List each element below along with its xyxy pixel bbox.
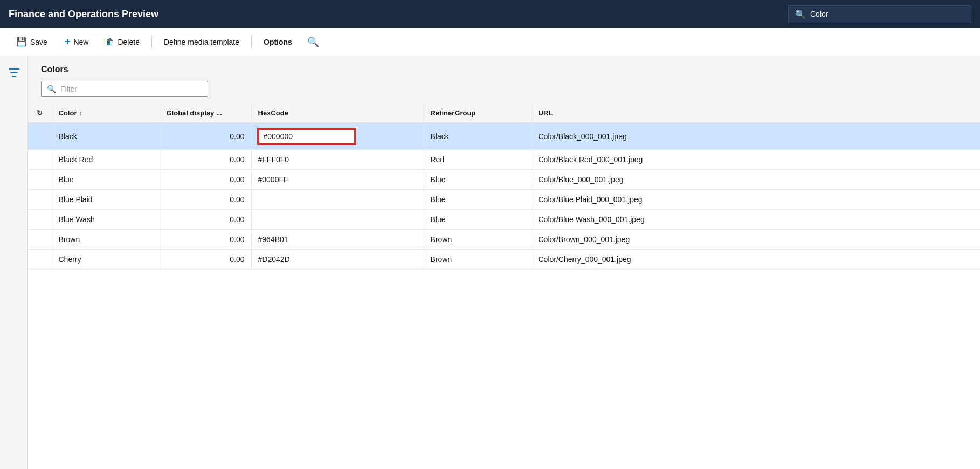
cell-url: Color/Brown_000_001.jpeg — [532, 230, 980, 250]
cell-url: Color/Black Red_000_001.jpeg — [532, 150, 980, 170]
toolbar-divider-2 — [251, 36, 252, 49]
refresh-icon[interactable]: ↻ — [37, 109, 43, 117]
cell-url: Color/Blue Wash_000_001.jpeg — [532, 210, 980, 230]
cell-color: Cherry — [52, 250, 160, 270]
table-row[interactable]: Brown0.00#964B01BrownColor/Brown_000_001… — [28, 230, 980, 250]
cell-color: Blue Wash — [52, 210, 160, 230]
cell-color: Brown — [52, 230, 160, 250]
global-search[interactable]: 🔍 — [788, 5, 971, 23]
cell-global-display: 0.00 — [160, 250, 251, 270]
new-button[interactable]: + New — [57, 32, 96, 52]
delete-button[interactable]: 🗑 Delete — [98, 33, 147, 51]
cell-hexcode[interactable] — [251, 123, 424, 150]
save-button[interactable]: 💾 Save — [9, 32, 55, 51]
th-refiner-group: RefinerGroup — [424, 104, 532, 123]
cell-hexcode: #FFF0F0 — [251, 150, 424, 170]
table-row[interactable]: Blue0.00#0000FFBlueColor/Blue_000_001.jp… — [28, 170, 980, 190]
filter-search-icon: 🔍 — [47, 85, 56, 93]
table-row[interactable]: Black Red0.00#FFF0F0RedColor/Black Red_0… — [28, 150, 980, 170]
cell-color: Black — [52, 123, 160, 150]
row-indicator — [28, 170, 52, 190]
th-color: Color ↑ — [52, 104, 160, 123]
toolbar-search-button[interactable]: 🔍 — [302, 32, 325, 52]
cell-url: Color/Black_000_001.jpeg — [532, 123, 980, 150]
app-title: Finance and Operations Preview — [9, 9, 788, 20]
cell-hexcode: #964B01 — [251, 230, 424, 250]
cell-refiner-group: Red — [424, 150, 532, 170]
filter-input-wrap[interactable]: 🔍 — [41, 81, 208, 97]
toolbar: 💾 Save + New 🗑 Delete Define media templ… — [0, 28, 980, 56]
colors-table: ↻ Color ↑ Global display ... Hex — [28, 104, 980, 270]
search-input[interactable] — [810, 10, 964, 18]
cell-refiner-group: Brown — [424, 230, 532, 250]
row-indicator — [28, 210, 52, 230]
main-content: Colors 🔍 ↻ Color ↑ — [0, 56, 980, 469]
table-row[interactable]: Cherry0.00#D2042DBrownColor/Cherry_000_0… — [28, 250, 980, 270]
cell-global-display: 0.00 — [160, 123, 251, 150]
cell-global-display: 0.00 — [160, 170, 251, 190]
row-indicator — [28, 250, 52, 270]
toolbar-divider-1 — [151, 36, 152, 49]
cell-url: Color/Blue_000_001.jpeg — [532, 170, 980, 190]
cell-refiner-group: Blue — [424, 210, 532, 230]
row-indicator — [28, 190, 52, 210]
cell-hexcode: #0000FF — [251, 170, 424, 190]
filter-input[interactable] — [60, 85, 202, 93]
row-indicator — [28, 150, 52, 170]
table-row[interactable]: Blue Plaid0.00BlueColor/Blue Plaid_000_0… — [28, 190, 980, 210]
define-media-template-button[interactable]: Define media template — [156, 33, 247, 51]
plus-icon: + — [65, 36, 71, 47]
th-hexcode: HexCode — [251, 104, 424, 123]
options-button[interactable]: Options — [256, 33, 300, 51]
panel-title: Colors — [41, 65, 967, 74]
cell-color: Blue — [52, 170, 160, 190]
cell-refiner-group: Brown — [424, 250, 532, 270]
cell-url: Color/Blue Plaid_000_001.jpeg — [532, 190, 980, 210]
th-refresh: ↻ — [28, 104, 52, 123]
row-indicator — [28, 230, 52, 250]
row-indicator — [28, 123, 52, 150]
cell-refiner-group: Blue — [424, 170, 532, 190]
cell-refiner-group: Blue — [424, 190, 532, 210]
panel-header: Colors 🔍 — [28, 56, 980, 104]
cell-color: Black Red — [52, 150, 160, 170]
cell-color: Blue Plaid — [52, 190, 160, 210]
filter-icon[interactable] — [8, 67, 20, 81]
table-row[interactable]: Black0.00BlackColor/Black_000_001.jpeg — [28, 123, 980, 150]
search-icon: 🔍 — [795, 9, 806, 19]
content-panel: Colors 🔍 ↻ Color ↑ — [28, 56, 980, 469]
cell-global-display: 0.00 — [160, 230, 251, 250]
sort-arrow-icon: ↑ — [79, 109, 82, 117]
left-sidebar — [0, 56, 28, 469]
top-bar: Finance and Operations Preview 🔍 — [0, 0, 980, 28]
cell-global-display: 0.00 — [160, 190, 251, 210]
delete-icon: 🗑 — [106, 37, 114, 47]
cell-url: Color/Cherry_000_001.jpeg — [532, 250, 980, 270]
data-table: ↻ Color ↑ Global display ... Hex — [28, 104, 980, 469]
cell-hexcode — [251, 210, 424, 230]
cell-refiner-group: Black — [424, 123, 532, 150]
save-icon: 💾 — [16, 37, 27, 47]
toolbar-search-icon: 🔍 — [307, 36, 319, 48]
hexcode-input[interactable] — [258, 129, 355, 144]
cell-hexcode — [251, 190, 424, 210]
cell-hexcode: #D2042D — [251, 250, 424, 270]
table-row[interactable]: Blue Wash0.00BlueColor/Blue Wash_000_001… — [28, 210, 980, 230]
table-header-row: ↻ Color ↑ Global display ... Hex — [28, 104, 980, 123]
cell-global-display: 0.00 — [160, 150, 251, 170]
cell-global-display: 0.00 — [160, 210, 251, 230]
th-url: URL — [532, 104, 980, 123]
th-global-display: Global display ... — [160, 104, 251, 123]
